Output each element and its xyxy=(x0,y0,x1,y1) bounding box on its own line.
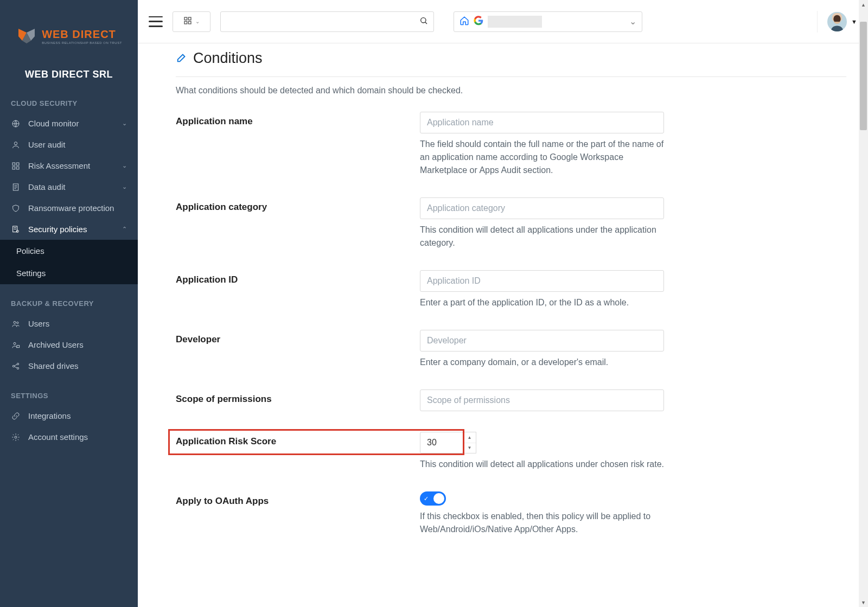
logo-area: WEB DIRECT BUSINESS RELATIONSHIP BASED O… xyxy=(0,0,138,88)
sidebar-item-label: Data audit xyxy=(28,182,65,191)
sidebar-subitem-policies[interactable]: Policies xyxy=(0,240,138,262)
sidebar-item-label: Shared drives xyxy=(28,361,79,370)
caret-down-icon: ▼ xyxy=(851,18,857,25)
sidebar-item-label: Security policies xyxy=(28,225,87,234)
help-application-name: The field should contain the full name o… xyxy=(420,138,664,177)
check-icon: ✓ xyxy=(424,495,429,502)
input-scope-permissions[interactable] xyxy=(420,389,664,411)
sidebar-item-label: Integrations xyxy=(28,411,71,420)
label-developer: Developer xyxy=(176,330,420,369)
sidebar-item-users[interactable]: Users xyxy=(0,313,138,334)
chevron-down-icon: ⌄ xyxy=(122,183,127,190)
menu-toggle-button[interactable] xyxy=(149,16,163,27)
svg-point-4 xyxy=(14,142,17,144)
svg-point-17 xyxy=(17,363,18,365)
svg-point-13 xyxy=(17,322,18,323)
section-description: What conditions should be detected and w… xyxy=(176,86,846,95)
help-application-id: Enter a part of the application ID, or t… xyxy=(420,296,664,309)
input-application-id[interactable] xyxy=(420,270,664,292)
input-application-category[interactable] xyxy=(420,197,664,219)
sidebar-item-risk-assessment[interactable]: Risk Assessment ⌄ xyxy=(0,155,138,176)
stepper-up-icon[interactable]: ▲ xyxy=(463,432,476,443)
sidebar-item-shared-drives[interactable]: Shared drives xyxy=(0,355,138,376)
domain-selector[interactable]: ⌄ xyxy=(454,11,642,32)
sidebar-item-account-settings[interactable]: Account settings xyxy=(0,426,138,448)
logo: WEB DIRECT BUSINESS RELATIONSHIP BASED O… xyxy=(11,24,127,48)
svg-point-11 xyxy=(16,230,18,232)
chevron-up-icon: ⌃ xyxy=(122,226,127,233)
main: ⌄ ⌄ ▼ Conditions xyxy=(138,0,868,607)
topbar: ⌄ ⌄ ▼ xyxy=(138,0,868,43)
svg-rect-22 xyxy=(184,21,187,24)
user-icon xyxy=(11,140,21,149)
sidebar-item-ransomware-protection[interactable]: Ransomware protection xyxy=(0,197,138,219)
sidebar-subitem-settings[interactable]: Settings xyxy=(0,262,138,284)
apps-grid-icon xyxy=(183,16,192,27)
archive-users-icon xyxy=(11,341,21,349)
svg-rect-23 xyxy=(188,21,191,24)
search-box[interactable] xyxy=(220,11,434,32)
sidebar-item-cloud-monitor[interactable]: Cloud monitor ⌄ xyxy=(0,113,138,134)
user-menu[interactable]: ▼ xyxy=(817,11,857,33)
chevron-down-icon: ⌄ xyxy=(122,162,127,169)
gear-icon xyxy=(11,433,21,442)
sidebar-item-label: Account settings xyxy=(28,432,88,442)
sidebar-item-label: Ransomware protection xyxy=(28,203,114,213)
sidebar-item-label: Risk Assessment xyxy=(28,161,90,170)
sidebar-item-archived-users[interactable]: Archived Users xyxy=(0,334,138,355)
app-switcher-dropdown[interactable]: ⌄ xyxy=(173,11,210,32)
scroll-up-button[interactable]: ▲ xyxy=(859,0,868,9)
globe-icon xyxy=(11,119,21,128)
scroll-thumb[interactable] xyxy=(860,22,867,130)
policy-icon xyxy=(11,225,21,234)
svg-rect-7 xyxy=(12,167,15,169)
sidebar-item-label: User audit xyxy=(28,140,65,149)
search-icon[interactable] xyxy=(419,16,428,27)
chevron-down-icon: ⌄ xyxy=(195,18,200,24)
google-icon xyxy=(474,16,483,28)
sidebar-item-user-audit[interactable]: User audit xyxy=(0,134,138,155)
logo-tagline: BUSINESS RELATIONSHIP BASED ON TRUST xyxy=(42,41,122,44)
sidebar-item-label: Archived Users xyxy=(28,340,84,349)
stepper-down-icon[interactable]: ▼ xyxy=(463,443,476,453)
nav-heading-backup-recovery: BACKUP & RECOVERY xyxy=(0,289,138,313)
section-title: Conditions xyxy=(193,50,263,67)
svg-rect-20 xyxy=(184,17,187,20)
svg-rect-15 xyxy=(17,345,20,347)
nav-heading-settings: SETTINGS xyxy=(0,381,138,405)
edit-icon xyxy=(176,52,188,66)
chevron-down-icon: ⌄ xyxy=(122,120,127,127)
scroll-down-button[interactable]: ▼ xyxy=(859,598,868,607)
toggle-oauth-apps[interactable]: ✓ xyxy=(420,491,446,506)
search-input[interactable] xyxy=(226,17,419,26)
svg-point-16 xyxy=(12,365,14,367)
toggle-knob xyxy=(433,493,444,504)
label-risk-score: Application Risk Score xyxy=(176,432,420,471)
label-scope-permissions: Scope of permissions xyxy=(176,389,420,411)
label-application-name: Application name xyxy=(176,112,420,177)
input-risk-score[interactable] xyxy=(420,432,463,453)
label-oauth-apps: Apply to OAuth Apps xyxy=(176,491,420,536)
users-icon xyxy=(11,320,21,328)
svg-point-14 xyxy=(14,342,16,344)
svg-rect-21 xyxy=(188,17,191,20)
input-application-name[interactable] xyxy=(420,112,664,133)
share-icon xyxy=(11,362,21,370)
sidebar-item-label: Users xyxy=(28,319,49,328)
svg-point-12 xyxy=(14,321,16,323)
sidebar-item-integrations[interactable]: Integrations xyxy=(0,405,138,426)
shield-icon xyxy=(11,204,21,213)
risk-score-stepper[interactable]: ▲ ▼ xyxy=(463,432,476,453)
scrollbar[interactable]: ▲ ▼ xyxy=(859,0,868,607)
label-application-category: Application category xyxy=(176,197,420,250)
org-name: WEB DIRECT SRL xyxy=(11,69,127,80)
input-developer[interactable] xyxy=(420,330,664,352)
home-icon xyxy=(459,16,469,28)
label-application-id: Application ID xyxy=(176,270,420,309)
sidebar-item-label: Cloud monitor xyxy=(28,119,79,128)
sidebar-item-data-audit[interactable]: Data audit ⌄ xyxy=(0,176,138,197)
help-risk-score: This condition will detect all applicati… xyxy=(420,458,664,471)
sidebar-item-security-policies[interactable]: Security policies ⌃ xyxy=(0,219,138,240)
grid-icon xyxy=(11,162,21,170)
svg-point-24 xyxy=(421,17,426,22)
